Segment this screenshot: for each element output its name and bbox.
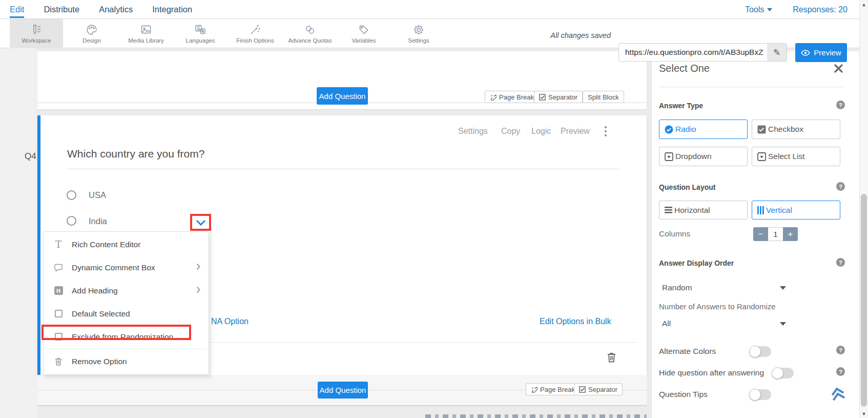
- help-icon[interactable]: ?: [836, 101, 845, 109]
- preview-button[interactable]: Preview: [795, 43, 847, 62]
- check-circle-icon: [665, 125, 673, 134]
- page-break-button-top[interactable]: Page Break: [485, 91, 539, 103]
- question-settings-action[interactable]: Settings: [458, 127, 488, 136]
- layout-horizontal-button[interactable]: Horizontal: [659, 201, 748, 220]
- tab-workspace[interactable]: Workspace: [10, 19, 63, 48]
- chevron-down-icon[interactable]: [780, 286, 786, 290]
- page-break-button-bottom[interactable]: Page Break: [526, 383, 580, 395]
- top-nav: Edit Distribute Analytics Integration To…: [0, 0, 868, 19]
- chevron-down-icon[interactable]: [780, 322, 786, 326]
- scrollbar-thumb[interactable]: [861, 194, 867, 407]
- layout-vertical-button[interactable]: Vertical: [752, 201, 840, 220]
- edit-url-button[interactable]: ✎: [767, 44, 787, 61]
- split-block-button[interactable]: Split Block: [583, 91, 624, 103]
- responses-link[interactable]: Responses: 20: [793, 5, 848, 14]
- broken-link-icon: [531, 386, 538, 393]
- help-icon[interactable]: ?: [836, 346, 845, 354]
- answer-display-order-label: Answer Display Order: [659, 259, 734, 267]
- tools-label: Tools: [745, 5, 764, 14]
- tab-settings[interactable]: Settings: [392, 19, 445, 48]
- randomize-count-select[interactable]: All: [662, 319, 671, 328]
- chevron-right-icon: [196, 286, 200, 295]
- scroll-to-top-shortcut[interactable]: [829, 385, 846, 404]
- plus-icon: +: [788, 229, 793, 240]
- columns-decrement-button[interactable]: −: [753, 227, 768, 241]
- link-icon: [304, 24, 316, 36]
- menu-item-remove-option[interactable]: Remove Option: [44, 350, 209, 373]
- kebab-menu-icon[interactable]: [605, 126, 607, 138]
- tab-variables[interactable]: Variables: [337, 19, 390, 48]
- scroll-down-arrow-icon[interactable]: ▼: [860, 409, 868, 418]
- help-icon[interactable]: ?: [836, 258, 845, 267]
- option-label-india[interactable]: India: [89, 216, 107, 226]
- delete-question-button[interactable]: [607, 352, 616, 365]
- answer-type-select-list-button[interactable]: Select List: [752, 147, 840, 166]
- menu-item-add-heading[interactable]: H Add Heading: [44, 279, 209, 302]
- question-code: Q4: [25, 151, 36, 162]
- edit-options-in-bulk-link[interactable]: Edit Options in Bulk: [540, 317, 611, 326]
- nav-analytics[interactable]: Analytics: [99, 0, 133, 19]
- menu-item-dynamic-comment-box[interactable]: Dynamic Comment Box: [44, 256, 209, 279]
- menu-item-label: Exclude from Randomization: [72, 332, 200, 342]
- nav-integration[interactable]: Integration: [152, 0, 192, 19]
- answer-type-label: Answer Type: [659, 102, 703, 110]
- separator-button-top[interactable]: Separator: [534, 91, 583, 103]
- separator-button-bottom[interactable]: Separator: [574, 383, 623, 395]
- add-question-button-bottom[interactable]: Add Question: [318, 382, 368, 399]
- option-label-usa[interactable]: USA: [89, 190, 106, 200]
- editor-toolbar: Workspace Design Media Library Languages…: [0, 19, 868, 48]
- hide-after-answering-label: Hide question after answering: [659, 368, 764, 377]
- question-logic-action[interactable]: Logic: [531, 127, 551, 136]
- split-block-label: Split Block: [588, 93, 619, 101]
- radio-option-india[interactable]: [67, 216, 76, 226]
- add-question-button-top[interactable]: Add Question: [317, 87, 368, 105]
- tab-languages[interactable]: Languages: [174, 19, 227, 48]
- question-tips-toggle[interactable]: [750, 389, 771, 400]
- tab-design[interactable]: Design: [65, 19, 118, 48]
- answer-type-radio-button[interactable]: Radio: [659, 120, 748, 139]
- help-icon[interactable]: ?: [836, 182, 845, 191]
- menu-item-rich-content-editor[interactable]: T Rich Content Editor: [44, 233, 209, 256]
- page-scrollbar[interactable]: ▲ ▼: [859, 0, 868, 418]
- tab-label: Design: [82, 37, 101, 44]
- wand-icon: [249, 24, 261, 36]
- option-context-menu: T Rich Content Editor Dynamic Comment Bo…: [43, 231, 209, 375]
- menu-divider: [44, 349, 209, 349]
- option-menu-chevron-button[interactable]: [190, 214, 211, 231]
- alternate-colors-label: Alternate Colors: [659, 347, 716, 356]
- na-option-link[interactable]: NA Option: [211, 317, 249, 326]
- question-copy-action[interactable]: Copy: [501, 127, 520, 136]
- chevron-right-icon: [196, 263, 200, 272]
- close-panel-button[interactable]: [834, 64, 843, 75]
- checkbox-unchecked-icon: [53, 310, 64, 317]
- answer-type-dropdown-button[interactable]: Dropdown: [659, 147, 748, 166]
- menu-item-default-selected[interactable]: Default Selected: [44, 302, 209, 325]
- columns-increment-button[interactable]: +: [783, 227, 798, 241]
- radio-option-usa[interactable]: [67, 190, 76, 200]
- scroll-up-arrow-icon[interactable]: ▲: [860, 0, 868, 9]
- double-chevron-up-icon: [828, 383, 848, 404]
- separator-label: Separator: [548, 93, 577, 101]
- question-preview-action[interactable]: Preview: [561, 127, 590, 136]
- tab-advance-quotas[interactable]: Advance Quotas: [283, 19, 337, 48]
- nav-edit[interactable]: Edit: [10, 0, 24, 19]
- hide-after-answering-toggle[interactable]: [772, 368, 794, 379]
- alternate-colors-toggle[interactable]: [750, 346, 771, 357]
- answer-type-checkbox-button[interactable]: Checkbox: [752, 120, 840, 139]
- nav-distribute[interactable]: Distribute: [44, 0, 79, 19]
- tools-menu[interactable]: Tools: [745, 5, 772, 14]
- tab-media-library[interactable]: Media Library: [119, 19, 173, 48]
- tab-finish-options[interactable]: Finish Options: [229, 19, 282, 48]
- tab-label: Variables: [352, 37, 376, 44]
- page-break-label: Page Break: [540, 386, 575, 393]
- preview-label: Preview: [814, 48, 841, 57]
- help-icon[interactable]: ?: [836, 367, 845, 376]
- horizontal-bars-icon: [665, 207, 672, 213]
- save-status: All changes saved: [550, 31, 611, 39]
- palette-icon: [86, 24, 98, 36]
- survey-url-input[interactable]: [618, 43, 787, 62]
- display-order-select[interactable]: Random: [662, 283, 692, 292]
- question-title[interactable]: Which country are you from?: [67, 148, 204, 160]
- menu-item-exclude-from-randomization[interactable]: Exclude from Randomization: [44, 325, 209, 348]
- page-break-label: Page Break: [499, 93, 534, 101]
